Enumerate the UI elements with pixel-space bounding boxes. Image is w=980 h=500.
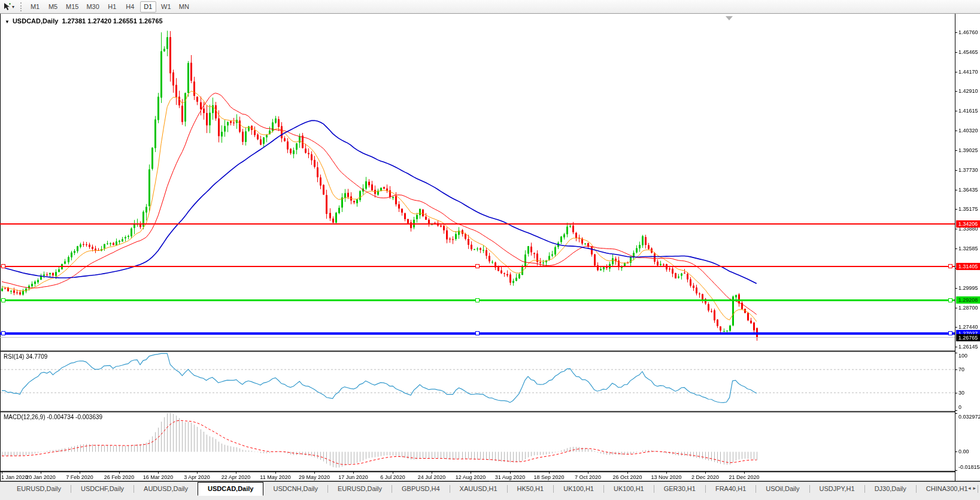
chart-window: ▼USDCAD,Daily 1.27381 1.27420 1.26551 1.… [0,14,980,481]
crosshair-tool-button[interactable]: ▾ [1,2,16,11]
tab-usoil-h1-17[interactable]: USOil,H1 [978,482,980,495]
hline-handle[interactable] [948,331,952,335]
timeframe-toolbar: ▾ M1M5M15M30H1H4D1W1MN [0,0,980,14]
price-axis-label: 1.28700 [958,305,980,311]
date-axis-label-6-jul-2020: 6 Jul 2020 [380,474,405,480]
timeframe-button-h1[interactable]: H1 [104,1,120,13]
price-axis-label: 1.45465 [958,49,980,55]
macd-indicator-label: MACD(12,26,9) -0.004734 -0.003639 [4,414,102,420]
timeframe-button-w1[interactable]: W1 [158,1,174,13]
price-level-badge-1.26765: 1.26765 [956,334,980,341]
date-axis-label-17-jun-2020: 17 Jun 2020 [338,474,368,480]
macd-axis-label: 0.00 [958,449,980,454]
tab-ger30-h1-11[interactable]: GER30,H1 [654,482,705,495]
hline-handle[interactable] [1,298,5,302]
title-caret-icon[interactable]: ▼ [5,19,10,25]
macd-axis-label: 0.032972 [958,414,980,420]
hline-1.29208[interactable] [0,299,955,301]
price-axis-label: 1.40320 [958,128,980,134]
date-axis-label-26-feb-2020: 26 Feb 2020 [104,474,135,480]
toolbar-grip[interactable] [20,2,23,11]
tab-usdcad-daily-3[interactable]: USDCAD,Daily [198,482,263,496]
date-axis-label-3-apr-2020: 3 Apr 2020 [184,474,210,480]
timeframe-buttons: M1M5M15M30H1H4D1W1MN [27,1,192,13]
price-axis-label: 1.32585 [958,246,980,251]
mt4-window: ▾ M1M5M15M30H1H4D1W1MN ▼USDCAD,Daily 1.2… [0,0,980,500]
date-axis-label-1-jan-2020: 1 Jan 2020 [1,474,28,480]
date-axis-label-16-mar-2020: 16 Mar 2020 [143,474,174,480]
date-axis-label-7-feb-2020: 7 Feb 2020 [66,474,93,480]
tab-uk100-h1-9[interactable]: UK100,H1 [554,482,603,495]
tab-dj30-daily-15[interactable]: DJ30,Daily [865,482,916,495]
timeframe-button-h4[interactable]: H4 [122,1,138,13]
rsi-axis-label: 70 [958,366,980,372]
date-axis-label-29-may-2020: 29 May 2020 [299,474,330,480]
chart-title: ▼USDCAD,Daily 1.27381 1.27420 1.26551 1.… [5,17,163,25]
price-axis-label: 1.37730 [958,167,980,173]
chart-tabs: EURUSD,DailyUSDCHF,DailyAUDUSD,DailyUSDC… [7,482,980,496]
price-axis-label: 1.36435 [958,187,980,193]
tab-usdjpy-h1-14[interactable]: USDJPY,H1 [810,482,864,495]
date-axis-label-24-jul-2020: 24 Jul 2020 [418,474,446,480]
date-axis-label-26-oct-2020: 26 Oct 2020 [612,474,642,480]
price-axis-label: 1.44170 [958,69,980,75]
price-axis-label: 1.26145 [958,344,980,350]
hline-handle[interactable] [1,264,5,268]
tool-dropdown-caret[interactable]: ▾ [12,4,14,10]
timeframe-button-m1[interactable]: M1 [27,1,43,13]
tab-xauusd-h1-7[interactable]: XAUUSD,H1 [450,482,507,495]
tab-scroll-arrows: ◂▸ [968,485,978,491]
date-axis-label-11-may-2020: 11 May 2020 [260,474,290,480]
tab-usdcnh-daily-4[interactable]: USDCNH,Daily [263,482,327,495]
hline-1.26765[interactable] [0,337,955,338]
tab-audusd-daily-2[interactable]: AUDUSD,Daily [134,482,198,495]
hline-1.34206[interactable] [0,223,955,225]
date-axis-label-22-apr-2020: 22 Apr 2020 [222,474,251,480]
timeframe-button-mn[interactable]: MN [176,1,192,13]
price-axis-label: 1.41615 [958,108,980,114]
price-level-badge-1.29208: 1.29208 [956,296,980,304]
rsi-axis-label: 30 [958,390,980,396]
date-axis-label-13-nov-2020: 13 Nov 2020 [651,474,681,480]
date-axis-label-18-sep-2020: 18 Sep 2020 [533,474,564,480]
tab-hk50-h1-8[interactable]: HK50,H1 [508,482,554,495]
chart-tab-bar: EURUSD,DailyUSDCHF,DailyAUDUSD,DailyUSDC… [0,481,980,500]
rsi-indicator-label: RSI(14) 34.7709 [4,353,47,360]
hline-handle[interactable] [948,264,952,268]
timeframe-button-m5[interactable]: M5 [45,1,61,13]
date-axis-label-12-aug-2020: 12 Aug 2020 [456,474,486,480]
price-axis-label: 1.29995 [958,285,980,291]
timeframe-button-d1[interactable]: D1 [140,1,156,13]
hline-handle[interactable] [475,298,480,302]
rsi-axis-label: 0 [958,404,980,410]
date-axis-label-31-aug-2020: 31 Aug 2020 [495,474,526,480]
macd-axis-label: -0.018154 [958,464,980,470]
price-axis-label: 1.27440 [958,324,980,330]
hline-1.27027[interactable] [0,332,955,335]
hline-1.31405[interactable] [0,266,955,267]
chart-canvas[interactable] [0,14,980,481]
tab-uk100-h1-10[interactable]: UK100,H1 [604,482,654,495]
price-axis-label: 1.42910 [958,88,980,94]
price-level-badge-1.31405: 1.31405 [956,263,980,270]
hline-handle[interactable] [475,331,480,335]
tab-gbpusd-h4-6[interactable]: GBPUSD,H4 [392,482,450,495]
tab-usoil-daily-13[interactable]: USOil,Daily [756,482,809,495]
tab-fra40-h1-12[interactable]: FRA40,H1 [706,482,756,495]
timeframe-button-m30[interactable]: M30 [83,1,102,13]
tab-usdchf-daily-1[interactable]: USDCHF,Daily [71,482,134,495]
date-axis-label-21-dec-2020: 21 Dec 2020 [729,474,759,480]
tab-eurusd-daily-0[interactable]: EURUSD,Daily [7,482,71,495]
tab-scroll-right-icon[interactable]: ▸ [973,485,978,491]
chart-ohlc-values: 1.27381 1.27420 1.26551 1.26765 [62,17,162,25]
hline-handle[interactable] [475,264,480,268]
price-axis-label: 1.35175 [958,206,980,212]
hline-handle[interactable] [1,331,5,335]
timeframe-button-m15[interactable]: M15 [63,1,81,13]
tab-eurusd-daily-5[interactable]: EURUSD,Daily [328,482,392,495]
price-level-badge-1.34206: 1.34206 [956,220,980,228]
scroll-end-marker-icon[interactable] [726,16,733,20]
hline-handle[interactable] [948,298,952,302]
price-axis-label: 1.46760 [958,29,980,35]
date-axis-label-7-oct-2020: 7 Oct 2020 [575,474,601,480]
